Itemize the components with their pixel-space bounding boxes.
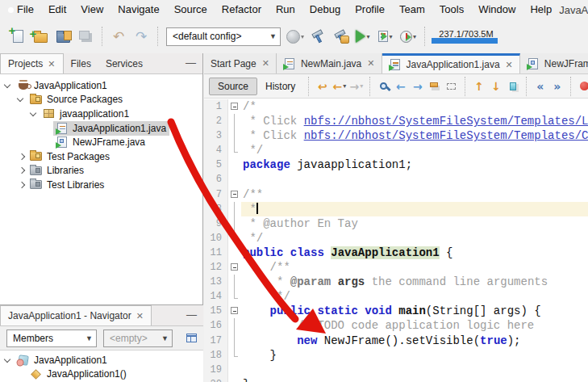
forward-button[interactable]: →▾ bbox=[348, 78, 365, 94]
code-line-15[interactable]: 15 public static void main(String[] args… bbox=[204, 304, 588, 318]
history-view-button[interactable]: History bbox=[257, 78, 303, 94]
expander-icon[interactable] bbox=[19, 167, 25, 174]
tree-node[interactable]: Libraries bbox=[27, 163, 87, 178]
close-icon[interactable]: ✕ bbox=[367, 58, 374, 69]
close-icon[interactable]: ✕ bbox=[506, 60, 513, 70]
close-icon[interactable]: ✕ bbox=[48, 59, 55, 69]
tree-node[interactable]: NewJFrame.java bbox=[53, 135, 148, 149]
menu-file[interactable]: File bbox=[10, 0, 41, 19]
navigator-tab[interactable]: JavaApplication1 - Navigator ✕ bbox=[0, 305, 152, 325]
previous-bookmark-button[interactable]: ↑ bbox=[470, 78, 487, 94]
menu-window[interactable]: Window bbox=[471, 0, 523, 19]
menu-navigate[interactable]: Navigate bbox=[111, 0, 166, 19]
fold-toggle[interactable] bbox=[228, 260, 241, 275]
tree-node[interactable]: javaapplication1 bbox=[40, 107, 132, 121]
expander-icon[interactable] bbox=[19, 153, 25, 160]
back-button[interactable]: ←▾ bbox=[331, 78, 348, 94]
build-project-button[interactable] bbox=[307, 26, 329, 48]
tree-node[interactable]: Test Libraries bbox=[27, 178, 107, 192]
fold-toggle[interactable] bbox=[228, 304, 241, 318]
editor-tab-newjframe-j[interactable]: NewJFrame.j bbox=[520, 53, 588, 73]
project-item-test-packages[interactable]: Test Packages bbox=[0, 149, 202, 164]
code-line-9[interactable]: 9 * @author En Tay bbox=[204, 216, 588, 231]
shift-right-button[interactable]: » bbox=[548, 78, 565, 94]
debug-project-button[interactable]: ▾ bbox=[374, 26, 397, 48]
show-inherited-members-button[interactable] bbox=[182, 330, 200, 347]
editor-tab-javaapplication1-java[interactable]: JavaApplication1.java✕ bbox=[382, 53, 520, 73]
redo-button[interactable]: ↷ bbox=[130, 26, 152, 48]
project-item-libraries[interactable]: Libraries bbox=[0, 164, 202, 178]
expander-icon[interactable] bbox=[17, 95, 23, 102]
rectangular-selection-button[interactable] bbox=[443, 78, 460, 94]
code-line-20[interactable]: 20} bbox=[204, 377, 588, 382]
project-item-test-libraries[interactable]: Test Libraries bbox=[0, 178, 202, 192]
navigator-filter-select[interactable]: Members ▼ bbox=[6, 330, 97, 347]
code-line-12[interactable]: 12 /** bbox=[204, 260, 588, 275]
fold-collapse-icon[interactable] bbox=[231, 307, 238, 314]
close-icon[interactable]: ✕ bbox=[136, 311, 144, 321]
run-project-button[interactable]: ▾ bbox=[352, 26, 374, 48]
deploy-button[interactable]: ▾ bbox=[284, 26, 307, 48]
tree-node[interactable]: JavaApplication1.java bbox=[53, 121, 169, 136]
code-line-10[interactable]: 10 */ bbox=[204, 231, 588, 246]
project-item-javaapplication1[interactable]: JavaApplication1 bbox=[0, 78, 202, 93]
fold-collapse-icon[interactable] bbox=[231, 263, 238, 271]
menu-tools[interactable]: Tools bbox=[432, 0, 471, 19]
tree-node[interactable]: JavaApplication1 bbox=[15, 78, 111, 93]
next-occurrence-button[interactable]: → bbox=[409, 78, 426, 94]
close-icon[interactable]: ✕ bbox=[262, 58, 269, 69]
fold-collapse-icon[interactable] bbox=[231, 191, 238, 198]
expander-icon[interactable] bbox=[19, 182, 25, 188]
clean-and-build-button[interactable] bbox=[329, 26, 352, 48]
menu-edit[interactable]: Edit bbox=[41, 0, 73, 19]
profile-project-button[interactable]: ▾ bbox=[397, 26, 419, 48]
menu-source[interactable]: Source bbox=[167, 0, 215, 19]
tree-node[interactable]: JavaApplication1() bbox=[27, 367, 130, 381]
menu-team[interactable]: Team bbox=[392, 0, 432, 19]
code-line-1[interactable]: 1/* bbox=[204, 99, 588, 114]
navigator-item-javaapplication1-[interactable]: JavaApplication1() bbox=[0, 367, 203, 382]
new-project-button[interactable]: + bbox=[29, 26, 52, 48]
code-line-18[interactable]: 18 } bbox=[204, 348, 588, 363]
project-item-source-packages[interactable]: Source Packages bbox=[0, 93, 202, 107]
navigator-secondary-select[interactable]: <empty> ▼ bbox=[103, 330, 173, 347]
record-macro-button[interactable] bbox=[576, 78, 588, 94]
tree-node[interactable]: JavaApplication1 bbox=[15, 353, 111, 367]
code-line-7[interactable]: 7/** bbox=[204, 187, 588, 202]
menu-profile[interactable]: Profile bbox=[348, 0, 392, 19]
save-all-button[interactable] bbox=[74, 26, 97, 48]
minimize-icon[interactable]: — bbox=[186, 309, 197, 321]
minimize-icon[interactable]: — bbox=[186, 57, 196, 69]
code-line-14[interactable]: 14 */ bbox=[204, 289, 588, 304]
menu-debug[interactable]: Debug bbox=[302, 0, 348, 19]
fold-collapse-icon[interactable] bbox=[231, 103, 238, 110]
previous-occurrence-button[interactable]: ← bbox=[392, 78, 409, 94]
memory-meter[interactable]: 237.1/703.5M bbox=[432, 28, 501, 44]
panel-tab-projects[interactable]: Projects✕ bbox=[0, 53, 64, 73]
code-line-3[interactable]: 3 * Click nbfs://nbhost/SystemFileSystem… bbox=[204, 128, 588, 143]
menu-refactor[interactable]: Refactor bbox=[215, 0, 269, 19]
next-bookmark-button[interactable]: ↓ bbox=[487, 78, 504, 94]
new-file-button[interactable]: + bbox=[6, 26, 29, 48]
code-line-17[interactable]: 17 new NewJFrame().setVisible(true); bbox=[204, 334, 588, 348]
menu-run[interactable]: Run bbox=[269, 0, 302, 19]
code-line-11[interactable]: 11public class JavaApplication1 { bbox=[204, 246, 588, 260]
code-editor[interactable]: 1/*2 * Click nbfs://nbhost/SystemFileSys… bbox=[204, 99, 588, 382]
menu-view[interactable]: View bbox=[73, 0, 111, 19]
code-line-19[interactable]: 19 bbox=[204, 363, 588, 377]
code-line-8[interactable]: 8 * bbox=[204, 202, 588, 216]
menu-help[interactable]: Help bbox=[523, 0, 559, 19]
toggle-highlight-search-button[interactable] bbox=[426, 78, 443, 94]
expander-icon[interactable] bbox=[30, 110, 36, 116]
project-item-newjframe-java[interactable]: NewJFrame.java bbox=[0, 135, 202, 149]
find-button[interactable] bbox=[375, 78, 392, 94]
last-edit-location-button[interactable]: ↩ bbox=[314, 78, 331, 94]
fold-toggle[interactable] bbox=[228, 99, 241, 114]
tree-node[interactable]: Test Packages bbox=[27, 149, 113, 164]
code-line-5[interactable]: 5package javaapplication1; bbox=[204, 157, 588, 172]
editor-tab-newmain-java[interactable]: NewMain.java✕ bbox=[277, 53, 382, 73]
tree-node[interactable]: Source Packages bbox=[27, 92, 126, 107]
code-line-16[interactable]: 16 // TODO code application logic here bbox=[204, 318, 588, 333]
expander-icon[interactable] bbox=[4, 356, 10, 363]
source-view-button[interactable]: Source bbox=[209, 78, 257, 95]
